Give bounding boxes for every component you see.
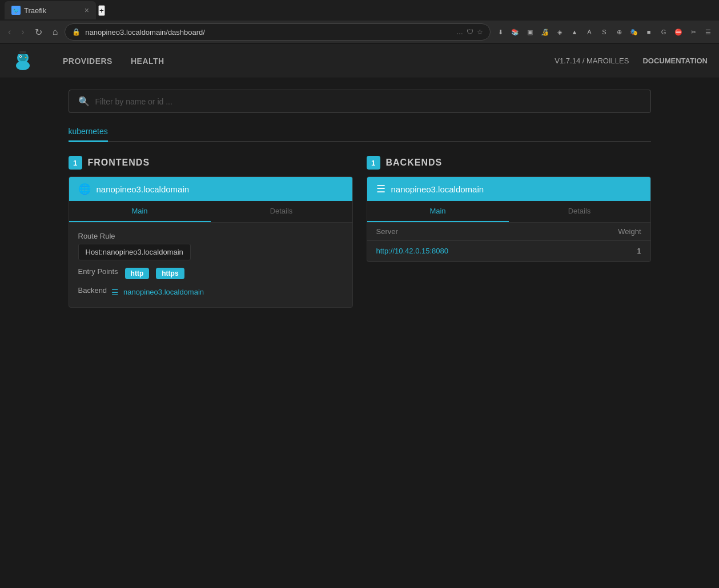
backends-title: BACKENDS — [386, 158, 443, 168]
svg-point-4 — [20, 56, 21, 57]
version-badge: V1.7.14 / MAROILLES — [555, 57, 629, 65]
toolbar-icons: ⬇ 📚 ▣ 🔏 ◈ ▲ A S ⊕ 🎭 ■ G ⛔ ✂ ☰ — [494, 26, 714, 38]
ext5-icon[interactable]: 🎭 — [628, 26, 640, 38]
provider-tabs: kubernetes — [69, 122, 651, 142]
server-link[interactable]: http://10.42.0.15:8080 — [376, 247, 449, 255]
search-icon: 🔍 — [78, 96, 90, 107]
view-icon[interactable]: ▣ — [524, 26, 536, 38]
frontend-details-tab[interactable]: Details — [211, 201, 352, 222]
frontend-main-tab[interactable]: Main — [69, 201, 211, 222]
ext2-icon[interactable]: A — [583, 26, 596, 38]
backend-table-header: Server Weight — [367, 223, 650, 241]
tab-bar: 🐦 Traefik × + — [0, 0, 719, 21]
backends-header: 1 BACKENDS — [367, 156, 651, 170]
ext7-icon[interactable]: G — [657, 26, 670, 38]
new-tab-button[interactable]: + — [98, 5, 105, 16]
browser-chrome: 🐦 Traefik × + ‹ › ↻ ⌂ 🔒 nanopineo3.local… — [0, 0, 719, 44]
ext3-icon[interactable]: S — [598, 26, 610, 38]
forward-button[interactable]: › — [18, 25, 27, 39]
entry-points-label: Entry Points — [78, 267, 118, 276]
shield-icon: 🛡 — [467, 28, 473, 36]
lock-icon: 🔒 — [72, 28, 81, 36]
ext8-icon[interactable]: ⛔ — [672, 26, 685, 38]
header-right: V1.7.14 / MAROILLES DOCUMENTATION — [555, 57, 708, 65]
backend-card: ☰ nanopineo3.localdomain Main Details Se… — [367, 176, 651, 262]
svg-rect-7 — [19, 51, 26, 54]
app-header: PROVIDERS HEALTH V1.7.14 / MAROILLES DOC… — [0, 44, 719, 78]
backend-icon: ☰ — [111, 288, 119, 297]
server-weight: 1 — [637, 247, 641, 255]
backend-card-header: ☰ nanopineo3.localdomain — [367, 177, 650, 201]
close-tab-button[interactable]: × — [85, 6, 89, 15]
backend-card-tabs: Main Details — [367, 201, 650, 223]
backend-card-title: nanopineo3.localdomain — [391, 184, 484, 194]
backends-count: 1 — [367, 156, 380, 170]
table-row: http://10.42.0.15:8080 1 — [367, 241, 650, 261]
server-col-header: Server — [376, 227, 398, 236]
route-rule-value: Host:nanopineo3.localdomain — [78, 244, 191, 260]
vpn-icon[interactable]: ◈ — [553, 26, 566, 38]
address-bar[interactable]: 🔒 nanopineo3.localdomain/dashboard/ … 🛡 … — [65, 23, 491, 41]
backend-link[interactable]: nanopineo3.localdomain — [123, 288, 204, 296]
nav-health[interactable]: HEALTH — [122, 52, 174, 70]
backend-details-tab[interactable]: Details — [509, 201, 650, 222]
panels-row: 1 FRONTENDS 🌐 nanopineo3.localdomain Mai… — [69, 156, 651, 308]
reload-button[interactable]: ↻ — [31, 25, 46, 40]
more-icon[interactable]: … — [456, 28, 463, 36]
globe-icon: 🌐 — [78, 183, 91, 195]
main-content: 🔍 kubernetes 1 FRONTENDS 🌐 nanopineo3.lo… — [46, 78, 674, 319]
frontend-card-title: nanopineo3.localdomain — [97, 184, 190, 194]
backends-panel: 1 BACKENDS ☰ nanopineo3.localdomain Main… — [367, 156, 651, 308]
logo-area — [11, 50, 37, 73]
ext4-icon[interactable]: ⊕ — [613, 26, 625, 38]
menu-icon[interactable]: ☰ — [702, 26, 714, 38]
url-icons: … 🛡 ☆ — [456, 28, 483, 36]
tab-favicon: 🐦 — [11, 6, 21, 15]
search-input[interactable] — [95, 97, 641, 106]
frontends-panel: 1 FRONTENDS 🌐 nanopineo3.localdomain Mai… — [69, 156, 353, 308]
route-rule-label: Route Rule — [78, 232, 343, 240]
active-tab[interactable]: 🐦 Traefik × — [5, 1, 96, 19]
search-bar: 🔍 — [69, 90, 651, 113]
privacy-icon[interactable]: 🔏 — [539, 26, 551, 38]
backend-main-tab[interactable]: Main — [367, 201, 509, 222]
frontends-header: 1 FRONTENDS — [69, 156, 353, 170]
entry-point-https: https — [156, 268, 184, 279]
server-icon: ☰ — [376, 183, 385, 195]
weight-col-header: Weight — [618, 227, 641, 236]
backend-label: Backend — [78, 286, 107, 295]
star-icon[interactable]: ☆ — [477, 28, 483, 36]
home-button[interactable]: ⌂ — [49, 25, 62, 39]
traefik-logo — [11, 50, 34, 73]
download-icon[interactable]: ⬇ — [494, 26, 507, 38]
ext1-icon[interactable]: ▲ — [568, 26, 581, 38]
svg-point-2 — [16, 61, 30, 70]
main-nav: PROVIDERS HEALTH — [54, 52, 555, 70]
nav-bar: ‹ › ↻ ⌂ 🔒 nanopineo3.localdomain/dashboa… — [0, 21, 719, 43]
kubernetes-tab[interactable]: kubernetes — [69, 122, 108, 142]
tab-title: Traefik — [24, 6, 46, 15]
nav-providers[interactable]: PROVIDERS — [54, 52, 122, 70]
back-button[interactable]: ‹ — [5, 25, 14, 39]
documentation-link[interactable]: DOCUMENTATION — [642, 57, 708, 65]
ext9-icon[interactable]: ✂ — [687, 26, 700, 38]
frontends-count: 1 — [69, 156, 82, 170]
frontend-card-body: Route Rule Host:nanopineo3.localdomain E… — [69, 223, 352, 307]
frontend-card-header: 🌐 nanopineo3.localdomain — [69, 177, 352, 201]
url-text: nanopineo3.localdomain/dashboard/ — [85, 28, 452, 37]
frontend-card: 🌐 nanopineo3.localdomain Main Details Ro… — [69, 176, 353, 308]
entry-point-http: http — [125, 268, 150, 279]
entry-points-row: Entry Points http https — [78, 267, 343, 279]
frontends-title: FRONTENDS — [88, 158, 150, 168]
frontend-card-tabs: Main Details — [69, 201, 352, 223]
ext6-icon[interactable]: ■ — [642, 26, 655, 38]
library-icon[interactable]: 📚 — [509, 26, 521, 38]
backend-row: Backend ☰ nanopineo3.localdomain — [78, 286, 343, 298]
